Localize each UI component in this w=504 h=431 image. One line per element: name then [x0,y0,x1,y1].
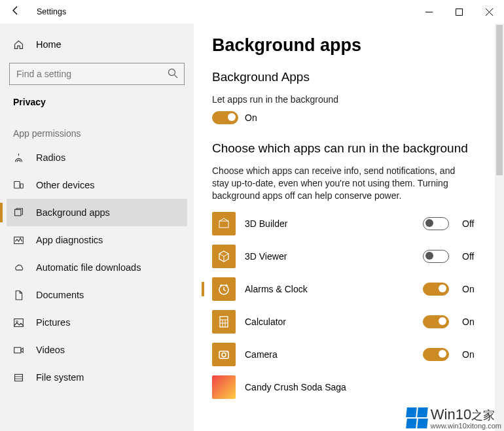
app-toggle[interactable] [423,348,449,361]
svg-rect-14 [219,221,228,228]
svg-rect-1 [456,9,462,15]
sidebar-item-label: Other devices [36,180,187,190]
app-icon [212,375,236,399]
close-icon [486,9,493,16]
app-toggle[interactable] [423,217,449,230]
window-title: Settings [27,7,66,16]
search-icon [168,68,178,78]
app-name: Calculator [245,317,286,327]
app-toggle[interactable] [423,250,449,263]
fs-icon [13,372,24,383]
minimize-button[interactable] [414,0,444,24]
sidebar-item-label: Background apps [36,207,187,218]
watermark-url: www.win10xitong.com [431,422,501,430]
doc-icon [13,290,24,301]
sidebar-item-diag[interactable]: App diagnostics [7,226,187,254]
svg-rect-10 [14,347,21,353]
sidebar-item-label: Pictures [36,317,187,328]
app-toggle-state: On [462,349,482,360]
pic-icon [13,317,24,328]
close-button[interactable] [474,0,504,24]
app-name: 3D Viewer [245,251,287,262]
sidebar-item-fs[interactable]: File system [7,364,187,391]
titlebar: Settings [0,0,504,24]
sidebar-item-doc[interactable]: Documents [7,281,187,309]
svg-rect-11 [15,374,23,381]
master-toggle[interactable] [212,111,238,124]
maximize-button[interactable] [444,0,474,24]
scrollbar-thumb[interactable] [496,25,503,175]
app-toggle-state: Off [462,218,482,229]
group-label: App permissions [7,126,187,144]
back-arrow-icon [10,5,21,16]
app-toggle-wrap: Off [423,250,486,263]
sidebar-item-devices[interactable]: Other devices [7,171,187,199]
watermark-brand: Win10 [431,406,471,422]
choose-desc: Choose which apps can receive info, send… [212,165,461,202]
sidebar-item-label: Videos [36,345,187,355]
app-icon [212,277,236,301]
app-name: Camera [245,349,278,360]
svg-line-3 [175,75,178,78]
app-list: 3D BuilderOff3D ViewerOffAlarms & ClockO… [212,207,486,404]
choose-title: Choose which apps can run in the backgro… [212,141,486,156]
app-toggle-state: On [462,284,482,294]
app-toggle-wrap: On [423,348,486,361]
sidebar: Home Privacy App permissions RadiosOther… [0,24,194,431]
sidebar-item-label: Radios [36,152,187,163]
app-row: Candy Crush Soda Saga [212,371,486,404]
app-row: 3D ViewerOff [212,240,486,273]
svg-point-23 [226,352,228,353]
sidebar-item-label: Automatic file downloads [36,262,187,273]
page-title: Background apps [212,35,486,56]
app-icon [212,343,236,366]
sidebar-item-bgapps[interactable]: Background apps [7,199,187,226]
app-icon [212,245,236,268]
watermark-suffix: 之家 [471,409,495,422]
sidebar-item-radios[interactable]: Radios [7,144,187,171]
radios-icon [13,152,24,164]
sub-title: Background Apps [212,70,486,84]
minimize-icon [425,9,433,16]
app-toggle-wrap: On [423,315,486,328]
sidebar-item-label: Documents [36,290,187,300]
maximize-icon [456,9,463,16]
scrollbar[interactable] [495,24,504,431]
sidebar-item-pic[interactable]: Pictures [7,309,187,336]
bgapps-icon [13,207,24,218]
content-area: Background apps Background Apps Let apps… [194,24,504,431]
sidebar-item-cloud[interactable]: Automatic file downloads [7,254,187,281]
cloud-icon [13,262,24,273]
svg-rect-6 [15,209,21,215]
app-container: Home Privacy App permissions RadiosOther… [0,24,504,431]
app-toggle-wrap: On [423,283,486,296]
home-button[interactable]: Home [7,31,187,58]
master-toggle-state: On [245,112,257,123]
app-toggle-state: On [462,317,482,327]
sidebar-item-vid[interactable]: Videos [7,336,187,364]
app-toggle[interactable] [423,315,449,328]
app-icon [212,212,236,235]
sidebar-item-label: App diagnostics [36,235,187,245]
search-input[interactable] [9,63,185,85]
svg-rect-16 [220,317,228,327]
watermark: Win10之家 www.win10xitong.com [406,406,501,430]
app-toggle-state: Off [462,251,482,262]
back-button[interactable] [4,5,27,18]
app-toggle-wrap: Off [423,217,486,230]
devices-icon [13,180,24,191]
home-icon [13,39,24,50]
windows-logo-icon [406,407,428,429]
svg-point-9 [16,320,18,322]
svg-rect-4 [14,181,20,188]
diag-icon [13,235,24,246]
master-label: Let apps run in the background [212,94,461,106]
app-toggle[interactable] [423,283,449,296]
app-row: CalculatorOn [212,305,486,338]
search-wrapper [9,63,185,85]
window-controls [414,0,504,24]
vid-icon [13,345,24,356]
app-name: Alarms & Clock [245,284,308,294]
app-row: CameraOn [212,338,486,371]
nav-list: RadiosOther devicesBackground appsApp di… [7,144,187,391]
